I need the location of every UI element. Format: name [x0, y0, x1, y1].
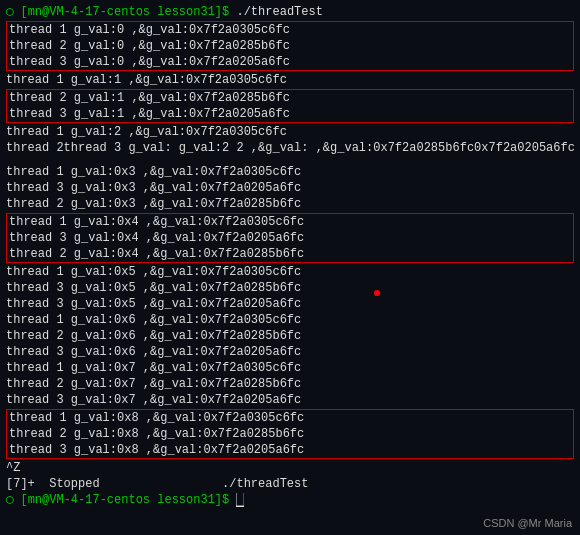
line-t2-v0: thread 2 g_val:0 ,&g_val:0x7f2a0285b6fc	[7, 38, 573, 54]
line-t2t3-v2: thread 2thread 3 g_val: g_val:2 2 ,&g_va…	[6, 140, 574, 156]
line-t3-x4: thread 3 g_val:0x4 ,&g_val:0x7f2a0205a6f…	[7, 230, 573, 246]
line-t3-v1: thread 3 g_val:1 ,&g_val:0x7f2a0205a6fc	[7, 106, 573, 122]
prompt-line-start: ◯ [mn@VM-4-17-centos lesson31]$ ./thread…	[6, 4, 574, 20]
watermark: CSDN @Mr Maria	[483, 517, 572, 529]
stopped-line: [7]+ Stopped ./threadTest	[6, 476, 574, 492]
terminal-window: ◯ [mn@VM-4-17-centos lesson31]$ ./thread…	[0, 0, 580, 535]
line-t2-x3: thread 2 g_val:0x3 ,&g_val:0x7f2a0285b6f…	[6, 196, 574, 212]
line-t3-x6: thread 3 g_val:0x6 ,&g_val:0x7f2a0205a6f…	[6, 344, 574, 360]
line-t3-x5b: thread 3 g_val:0x5 ,&g_val:0x7f2a0205a6f…	[6, 296, 574, 312]
line-t3-x7: thread 3 g_val:0x7 ,&g_val:0x7f2a0205a6f…	[6, 392, 574, 408]
line-t2-x8: thread 2 g_val:0x8 ,&g_val:0x7f2a0285b6f…	[7, 426, 573, 442]
line-t1-x6: thread 1 g_val:0x6 ,&g_val:0x7f2a0305c6f…	[6, 312, 574, 328]
line-t2-x6: thread 2 g_val:0x6 ,&g_val:0x7f2a0285b6f…	[6, 328, 574, 344]
line-t1-v2: thread 1 g_val:2 ,&g_val:0x7f2a0305c6fc	[6, 124, 574, 140]
line-t1-v0: thread 1 g_val:0 ,&g_val:0x7f2a0305c6fc	[7, 22, 573, 38]
line-t1-x8: thread 1 g_val:0x8 ,&g_val:0x7f2a0305c6f…	[7, 410, 573, 426]
line-t1-x3: thread 1 g_val:0x3 ,&g_val:0x7f2a0305c6f…	[6, 164, 574, 180]
line-t3-x8: thread 3 g_val:0x8 ,&g_val:0x7f2a0205a6f…	[7, 442, 573, 458]
highlight-group-2: thread 2 g_val:1 ,&g_val:0x7f2a0285b6fc …	[6, 89, 574, 123]
line-t1-v1: thread 1 g_val:1 ,&g_val:0x7f2a0305c6fc	[6, 72, 574, 88]
line-t3-x5a: thread 3 g_val:0x5 ,&g_val:0x7f2a0285b6f…	[6, 280, 574, 296]
line-t2-x4: thread 2 g_val:0x4 ,&g_val:0x7f2a0285b6f…	[7, 246, 573, 262]
line-t2-x7: thread 2 g_val:0x7 ,&g_val:0x7f2a0285b6f…	[6, 376, 574, 392]
highlight-group-4: thread 1 g_val:0x8 ,&g_val:0x7f2a0305c6f…	[6, 409, 574, 459]
ctrl-z-line: ^Z	[6, 460, 574, 476]
line-t2-v1: thread 2 g_val:1 ,&g_val:0x7f2a0285b6fc	[7, 90, 573, 106]
line-t3-x3: thread 3 g_val:0x3 ,&g_val:0x7f2a0205a6f…	[6, 180, 574, 196]
line-t1-x5: thread 1 g_val:0x5 ,&g_val:0x7f2a0305c6f…	[6, 264, 574, 280]
line-t1-x7: thread 1 g_val:0x7 ,&g_val:0x7f2a0305c6f…	[6, 360, 574, 376]
line-t1-x4: thread 1 g_val:0x4 ,&g_val:0x7f2a0305c6f…	[7, 214, 573, 230]
line-t3-v0: thread 3 g_val:0 ,&g_val:0x7f2a0205a6fc	[7, 54, 573, 70]
highlight-group-3: thread 1 g_val:0x4 ,&g_val:0x7f2a0305c6f…	[6, 213, 574, 263]
prompt-line-end[interactable]: ◯ [mn@VM-4-17-centos lesson31]$ █	[6, 492, 574, 508]
highlight-group-1: thread 1 g_val:0 ,&g_val:0x7f2a0305c6fc …	[6, 21, 574, 71]
red-indicator-dot	[374, 290, 380, 296]
